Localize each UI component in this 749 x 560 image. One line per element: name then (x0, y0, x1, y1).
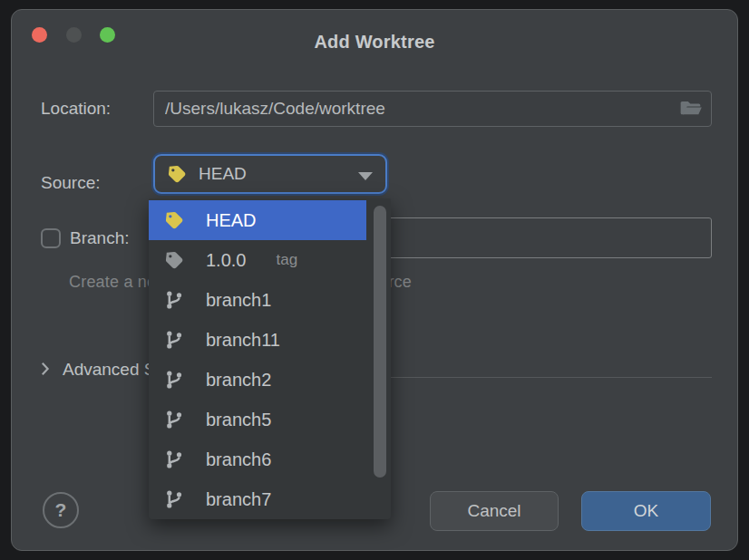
chevron-right-icon[interactable] (41, 362, 50, 380)
source-label: Source: (41, 173, 100, 193)
location-value: /Users/lukasz/Code/worktree (165, 99, 385, 119)
branch-checkbox-label: Branch: (70, 228, 129, 248)
chevron-down-icon (358, 172, 373, 180)
source-combobox[interactable]: HEAD (153, 154, 387, 194)
dropdown-option[interactable]: branch2 (149, 360, 366, 400)
git-branch-icon (164, 290, 184, 310)
option-label: branch6 (206, 449, 271, 470)
dropdown-option[interactable]: HEAD (149, 200, 366, 240)
help-button[interactable]: ? (43, 492, 79, 528)
titlebar: Add Worktree (12, 10, 737, 57)
option-label: branch2 (206, 370, 271, 391)
dropdown-option[interactable]: branch6 (149, 439, 366, 479)
dropdown-option[interactable]: branch5 (149, 400, 366, 439)
option-label: branch7 (206, 489, 271, 510)
tag-yellow-icon (164, 210, 184, 230)
ok-button[interactable]: OK (581, 491, 711, 531)
location-input[interactable]: /Users/lukasz/Code/worktree (153, 91, 712, 127)
source-dropdown-popup: HEAD 1.0.0tag branch1 branch11 branch2 b… (149, 198, 391, 519)
option-label: branch1 (206, 290, 271, 311)
branch-checkbox[interactable] (41, 228, 61, 248)
tag-icon (167, 164, 187, 184)
git-branch-icon (164, 370, 184, 390)
dropdown-option[interactable]: branch1 (149, 280, 366, 320)
cancel-button[interactable]: Cancel (430, 491, 559, 531)
dropdown-option[interactable]: branch7 (149, 479, 366, 519)
option-label: 1.0.0 (206, 250, 246, 271)
option-label: branch11 (206, 330, 280, 351)
git-branch-icon (164, 489, 184, 509)
dropdown-list: HEAD 1.0.0tag branch1 branch11 branch2 b… (149, 200, 391, 519)
option-suffix: tag (276, 251, 297, 269)
dropdown-option[interactable]: branch11 (149, 320, 366, 360)
desktop-background: Add Worktree Location: /Users/lukasz/Cod… (0, 0, 749, 560)
add-worktree-dialog: Add Worktree Location: /Users/lukasz/Cod… (11, 9, 738, 551)
dropdown-option[interactable]: 1.0.0tag (149, 240, 366, 280)
location-label: Location: (41, 99, 111, 119)
folder-open-icon[interactable] (679, 99, 703, 122)
option-label: branch5 (206, 410, 271, 430)
git-branch-icon (164, 449, 184, 469)
git-branch-icon (164, 330, 184, 350)
window-title: Add Worktree (12, 32, 737, 53)
source-selected-value: HEAD (199, 164, 247, 184)
option-label: HEAD (206, 210, 257, 231)
dropdown-scrollbar-thumb[interactable] (374, 206, 386, 478)
tag-gray-icon (164, 250, 184, 270)
git-branch-icon (164, 410, 184, 430)
